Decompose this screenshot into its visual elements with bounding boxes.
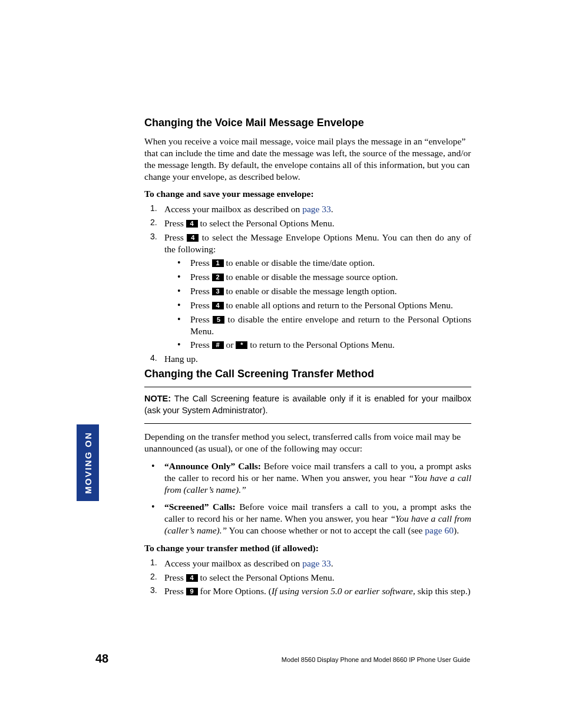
bullet-text: to return to the Personal Options Menu. [247,340,395,350]
key-4-icon: 4 [187,234,199,242]
step-text: to select the Message Envelope Options M… [164,232,471,254]
note-rule-top [144,387,471,387]
desc-announce-only: “Announce Only” Calls: Before voice mail… [148,460,471,495]
bullet-1: Press 1 to enable or disable the time/da… [176,257,471,269]
bullet-text: to enable or disable the message length … [224,286,397,296]
heading-envelope: Changing the Voice Mail Message Envelope [144,116,471,130]
step-4: 4. Hang up. [148,353,471,365]
step-2: 2. Press 4 to select the Personal Option… [148,218,471,229]
bullet-2: Press 2 to enable or disable the message… [176,271,471,283]
note-rule-bottom [144,423,471,424]
key-2-icon: 2 [212,274,224,281]
step-text: Press [164,586,186,596]
note-box: NOTE: The Call Screening feature is avai… [144,393,471,416]
step-1: 1. Access your mailbox as described on p… [148,558,471,569]
envelope-sub-options: Press 1 to enable or disable the time/da… [164,257,471,351]
desc-label: “Screened” Calls: [164,502,236,512]
key-9-icon: 9 [186,588,198,595]
step-text: Press [164,232,187,242]
desc-text: ). [454,525,459,535]
screening-intro: Depending on the transfer method you sel… [144,431,471,454]
note-label: NOTE: [144,394,171,403]
bullet-text: Press [190,272,212,282]
bullet-text: Press [190,258,212,268]
bullet-4: Press 4 to enable all options and return… [176,299,471,311]
step-text: Access your mailbox as described on [164,204,302,214]
screening-steps: 1. Access your mailbox as described on p… [144,558,471,597]
key-star-icon: * [236,341,247,349]
step-text: Access your mailbox as described on [164,558,302,568]
step-text: Hang up. [164,354,198,364]
step-text: to select the Personal Options Menu. [198,572,335,582]
screening-desc-list: “Announce Only” Calls: Before voice mail… [144,460,471,536]
step-text: Press [164,572,186,582]
link-page-33[interactable]: page 33 [302,558,331,568]
envelope-proc-title: To change and save your message envelope… [144,188,471,200]
step-text: skip this step.) [415,586,471,596]
key-5-icon: 5 [213,316,224,324]
desc-label: “Announce Only” Calls: [164,461,261,471]
page-number: 48 [95,652,108,666]
key-1-icon: 1 [212,259,224,267]
desc-text: You can choose whether or not to accept … [227,525,425,535]
envelope-steps: 1. Access your mailbox as described on p… [144,203,471,365]
bullet-text: to enable or disable the time/date optio… [224,258,375,268]
side-tab-label: MOVING ON [83,431,93,494]
bullet-text: to disable the entire envelope and retur… [190,314,471,336]
content-area: Changing the Voice Mail Message Envelope… [144,116,471,599]
key-3-icon: 3 [212,288,224,295]
step-3: 3. Press 9 for More Options. (If using v… [148,585,471,597]
bullet-3: Press 3 to enable or disable the message… [176,285,471,297]
step-text: for More Options. ( [198,586,272,596]
bullet-6: Press # or * to return to the Personal O… [176,339,471,351]
bullet-text: to enable or disable the message source … [224,272,398,282]
footer-text: Model 8560 Display Phone and Model 8660 … [282,656,470,663]
desc-screened: “Screened” Calls: Before voice mail tran… [148,501,471,536]
link-page-60[interactable]: page 60 [425,525,454,535]
bullet-text: to enable all options and return to the … [224,300,453,310]
step-text: . [331,204,333,214]
bullet-text: Press [190,286,212,296]
key-4-icon: 4 [186,574,198,582]
step-text: . [331,558,333,568]
step-2: 2. Press 4 to select the Personal Option… [148,572,471,584]
note-text: The Call Screening feature is available … [144,394,471,415]
bullet-5: Press 5 to disable the entire envelope a… [176,314,471,337]
page: MOVING ON Changing the Voice Mail Messag… [0,0,562,728]
step-3: 3. Press 4 to select the Message Envelop… [148,232,471,351]
bullet-text: Press [190,340,212,350]
step-text: to select the Personal Options Menu. [198,218,335,228]
bullet-text: Press [190,314,213,324]
bullet-text: or [224,340,236,350]
side-tab: MOVING ON [77,424,99,501]
bullet-text: Press [190,300,212,310]
key-4-icon: 4 [212,302,224,309]
key-hash-icon: # [212,341,224,349]
screening-proc-title: To change your transfer method (if allow… [144,542,471,554]
key-4-icon: 4 [186,220,198,228]
step-1: 1. Access your mailbox as described on p… [148,203,471,215]
step-note: If using version 5.0 or earlier software… [272,586,415,596]
envelope-intro: When you receive a voice mail message, v… [144,136,471,182]
link-page-33[interactable]: page 33 [302,204,331,214]
heading-call-screening: Changing the Call Screening Transfer Met… [144,367,471,381]
step-text: Press [164,218,186,228]
